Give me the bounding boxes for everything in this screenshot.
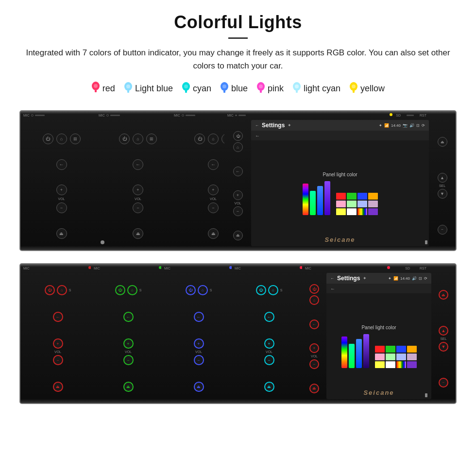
- d2p4-home[interactable]: ⌂: [268, 285, 278, 295]
- nav-dot-2: [425, 240, 427, 244]
- p3-vol-dn[interactable]: −: [208, 202, 219, 213]
- d2-main-back[interactable]: ←: [309, 320, 319, 329]
- d2p2-power[interactable]: ⏻: [115, 285, 125, 295]
- color-item-cyan: cyan: [182, 82, 211, 96]
- main-minus-r[interactable]: −: [438, 225, 447, 235]
- screen-back-btn[interactable]: ←: [255, 133, 260, 138]
- p2-power-btn[interactable]: ⏻: [119, 134, 130, 144]
- svg-point-2: [94, 84, 98, 88]
- d2p1-home[interactable]: ⌂: [57, 285, 67, 295]
- main-screen: ← Settings ✦ ✦ 📶 14:40 📷 🔊 ⊡: [251, 120, 429, 246]
- main-eject-btn[interactable]: ⏏: [233, 231, 243, 240]
- d2-nav-dot: [425, 393, 427, 397]
- p2-vol-up[interactable]: +: [133, 185, 143, 195]
- screen-time: 14:40: [391, 123, 401, 128]
- d2-main-vol-dn[interactable]: −: [309, 359, 319, 369]
- color-item-lightcyan: light cyan: [292, 82, 340, 96]
- d2-main-right-label: SDRST: [405, 267, 426, 270]
- d2-main-eject[interactable]: ⏏: [309, 384, 319, 393]
- d2p1-power[interactable]: ⏻: [45, 285, 55, 295]
- d2-main-sel-dn[interactable]: ▼: [439, 342, 448, 352]
- p2-vol-dn[interactable]: −: [133, 202, 143, 213]
- watermark-2: Seicane: [363, 389, 394, 396]
- d2p1-back[interactable]: ←: [53, 312, 63, 322]
- d2p2-back[interactable]: ←: [123, 312, 134, 322]
- page-container: Colorful Lights Integrated with 7 colors…: [0, 0, 476, 428]
- p1-eject-btn[interactable]: ⏏: [56, 228, 67, 239]
- color-label-cyan: cyan: [193, 84, 211, 94]
- p1-nav-btn[interactable]: ⊞: [70, 134, 81, 144]
- svg-rect-16: [296, 90, 298, 93]
- d2p4-back[interactable]: ←: [264, 312, 274, 322]
- lightblue-bulb-icon: [124, 82, 133, 96]
- title-section: Colorful Lights: [19, 12, 457, 39]
- p1-back-btn[interactable]: ←: [56, 159, 67, 170]
- d2p4-power[interactable]: ⏻: [256, 285, 266, 295]
- p3-back-btn[interactable]: ←: [208, 159, 219, 170]
- p1-vol-dn[interactable]: −: [56, 202, 67, 213]
- d2p2-vol-dn[interactable]: −: [123, 355, 134, 365]
- d2p3-eject[interactable]: ⏏: [194, 382, 204, 392]
- main-vol-up[interactable]: +: [233, 190, 243, 200]
- main-sel-up[interactable]: ▲: [438, 173, 447, 183]
- p2-nav-btn[interactable]: ⊞: [146, 134, 157, 144]
- main-back-btn[interactable]: ←: [233, 167, 243, 176]
- svg-point-17: [295, 84, 299, 88]
- d2p4-eject[interactable]: ⏏: [264, 382, 274, 392]
- color-label-lightcyan: light cyan: [304, 84, 340, 94]
- main-sel-dn[interactable]: ▼: [438, 189, 447, 199]
- p1-vol-up[interactable]: +: [56, 185, 67, 195]
- d2-main-minus-r[interactable]: −: [439, 378, 448, 388]
- d2p1-vol-dn[interactable]: −: [53, 355, 63, 365]
- d2p1-vol-up[interactable]: +: [53, 338, 63, 349]
- p2-back-btn[interactable]: ←: [133, 159, 143, 170]
- main-home-btn[interactable]: ⌂: [233, 142, 243, 152]
- d2p2-vol-up[interactable]: +: [123, 338, 134, 349]
- d2p1-eject[interactable]: ⏏: [53, 382, 63, 392]
- svg-point-20: [352, 84, 356, 88]
- d2-main-sel-up[interactable]: ▲: [439, 326, 448, 336]
- panel2-indicator: MIC: [99, 114, 120, 117]
- d2p3-power[interactable]: ⏻: [186, 285, 196, 295]
- d2p2-eject[interactable]: ⏏: [123, 382, 134, 392]
- p1-power-btn[interactable]: ⏻: [43, 134, 53, 144]
- d2p3-vol-dn[interactable]: −: [194, 355, 204, 365]
- d2-main-screen: ← Settings ✦ ✦📶 14:40 🔊⊡⟳ ←: [326, 273, 431, 399]
- d2-main-home[interactable]: ⌂: [309, 295, 319, 305]
- svg-point-5: [126, 84, 130, 88]
- color-label-blue: blue: [231, 84, 248, 94]
- d2p3-vol-up[interactable]: +: [194, 338, 204, 349]
- main-eject-r[interactable]: ⏏: [438, 137, 447, 147]
- yellow-bulb-icon: [349, 82, 358, 96]
- p2-home-btn[interactable]: ⌂: [133, 134, 143, 144]
- p1-home-btn[interactable]: ⌂: [56, 134, 67, 144]
- svg-rect-1: [95, 90, 97, 92]
- p2-eject-btn[interactable]: ⏏: [133, 228, 143, 239]
- red-bulb-icon: [91, 81, 100, 96]
- color-label-yellow: yellow: [360, 84, 385, 94]
- d2-main-led: [387, 266, 390, 269]
- color-item-pink: pink: [256, 82, 284, 96]
- main-panel-indicator-right: SD RST: [396, 114, 426, 117]
- d2-main-vol-up[interactable]: +: [309, 343, 319, 353]
- settings-star: ✦: [288, 123, 291, 128]
- p3-vol-up[interactable]: +: [208, 185, 219, 195]
- p3-home-btn[interactable]: ⌂: [208, 134, 219, 144]
- p3-eject-btn[interactable]: ⏏: [208, 228, 219, 239]
- d2p3-home[interactable]: ⌂: [198, 285, 208, 295]
- blue-bulb-icon: [220, 82, 229, 96]
- d2p4-vol-up[interactable]: +: [264, 338, 274, 349]
- d2-main-eject-r[interactable]: ⏏: [439, 290, 448, 300]
- main-power-btn[interactable]: ⏻: [233, 131, 243, 141]
- d2p2-home[interactable]: ⌂: [127, 285, 137, 295]
- main-vol-dn[interactable]: −: [233, 206, 243, 216]
- d2-main-power[interactable]: ⏻: [309, 284, 319, 294]
- svg-point-14: [259, 84, 263, 88]
- p3-power-btn[interactable]: ⏻: [194, 134, 205, 144]
- d2p4-vol-dn[interactable]: −: [264, 355, 274, 365]
- d2p3-back[interactable]: ←: [194, 312, 204, 322]
- panel3-indicator: MIC: [174, 114, 195, 117]
- color-label-lightblue: Light blue: [135, 84, 173, 94]
- color-label-red: red: [102, 84, 115, 94]
- svg-rect-7: [185, 90, 187, 93]
